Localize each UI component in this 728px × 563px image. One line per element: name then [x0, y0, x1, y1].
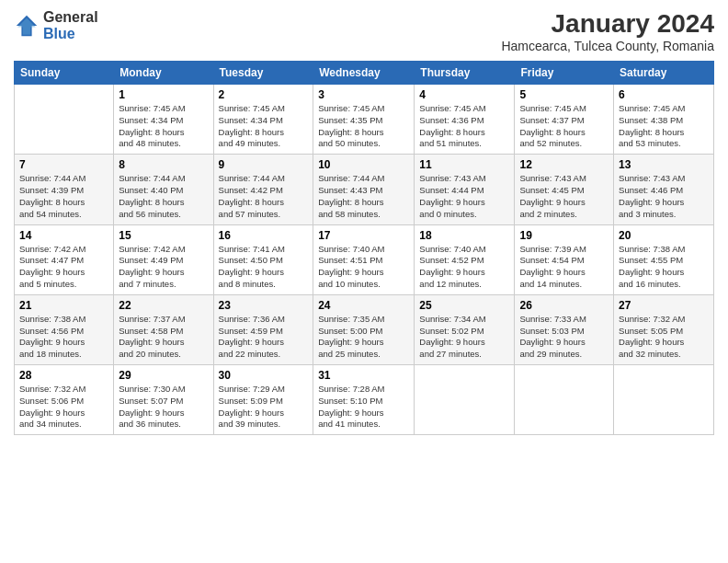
day-info: Sunrise: 7:45 AMSunset: 4:34 PMDaylight:… [119, 103, 208, 150]
day-number: 29 [119, 369, 208, 382]
day-info: Sunrise: 7:43 AMSunset: 4:46 PMDaylight:… [619, 173, 709, 220]
header-tuesday: Tuesday [213, 62, 313, 85]
day-number: 11 [419, 158, 509, 171]
header-friday: Friday [515, 62, 614, 85]
day-info: Sunrise: 7:40 AMSunset: 4:52 PMDaylight:… [419, 244, 509, 291]
day-number: 2 [219, 88, 309, 101]
day-info: Sunrise: 7:30 AMSunset: 5:07 PMDaylight:… [119, 384, 208, 431]
calendar-week-row: 14Sunrise: 7:42 AMSunset: 4:47 PMDayligh… [15, 224, 714, 294]
table-row: 18Sunrise: 7:40 AMSunset: 4:52 PMDayligh… [415, 224, 515, 294]
calendar-table: Sunday Monday Tuesday Wednesday Thursday… [14, 61, 714, 435]
header-sunday: Sunday [15, 62, 114, 85]
day-info: Sunrise: 7:44 AMSunset: 4:40 PMDaylight:… [119, 173, 208, 220]
table-row: 28Sunrise: 7:32 AMSunset: 5:06 PMDayligh… [15, 365, 114, 435]
day-info: Sunrise: 7:33 AMSunset: 5:03 PMDaylight:… [519, 314, 609, 361]
day-info: Sunrise: 7:45 AMSunset: 4:38 PMDaylight:… [619, 103, 709, 150]
day-info: Sunrise: 7:45 AMSunset: 4:35 PMDaylight:… [318, 103, 409, 150]
day-number: 3 [318, 88, 409, 101]
day-info: Sunrise: 7:29 AMSunset: 5:09 PMDaylight:… [219, 384, 309, 431]
table-row [515, 365, 614, 435]
table-row: 10Sunrise: 7:44 AMSunset: 4:43 PMDayligh… [313, 155, 415, 224]
day-info: Sunrise: 7:34 AMSunset: 5:02 PMDaylight:… [419, 314, 509, 361]
day-info: Sunrise: 7:44 AMSunset: 4:43 PMDaylight:… [318, 173, 409, 220]
calendar-header-row: Sunday Monday Tuesday Wednesday Thursday… [15, 62, 714, 85]
table-row: 1Sunrise: 7:45 AMSunset: 4:34 PMDaylight… [114, 85, 213, 155]
day-number: 30 [219, 369, 309, 382]
day-number: 27 [619, 299, 709, 312]
table-row: 16Sunrise: 7:41 AMSunset: 4:50 PMDayligh… [213, 224, 313, 294]
title-block: January 2024 Hamcearca, Tulcea County, R… [501, 9, 714, 53]
header-monday: Monday [114, 62, 213, 85]
logo: General Blue [14, 9, 98, 41]
table-row: 8Sunrise: 7:44 AMSunset: 4:40 PMDaylight… [114, 155, 213, 224]
day-info: Sunrise: 7:28 AMSunset: 5:10 PMDaylight:… [318, 384, 409, 431]
day-number: 7 [19, 158, 108, 171]
day-number: 14 [19, 229, 108, 242]
day-number: 16 [219, 229, 309, 242]
day-info: Sunrise: 7:42 AMSunset: 4:47 PMDaylight:… [19, 244, 108, 291]
day-info: Sunrise: 7:45 AMSunset: 4:36 PMDaylight:… [419, 103, 509, 150]
day-info: Sunrise: 7:39 AMSunset: 4:54 PMDaylight:… [519, 244, 609, 291]
table-row: 24Sunrise: 7:35 AMSunset: 5:00 PMDayligh… [313, 294, 415, 364]
table-row: 12Sunrise: 7:43 AMSunset: 4:45 PMDayligh… [515, 155, 614, 224]
day-info: Sunrise: 7:32 AMSunset: 5:05 PMDaylight:… [619, 314, 709, 361]
table-row: 31Sunrise: 7:28 AMSunset: 5:10 PMDayligh… [313, 365, 415, 435]
page-title: January 2024 [501, 9, 714, 39]
header-saturday: Saturday [614, 62, 714, 85]
day-number: 4 [419, 88, 509, 101]
day-number: 13 [619, 158, 709, 171]
day-number: 5 [519, 88, 609, 101]
day-number: 25 [419, 299, 509, 312]
table-row: 7Sunrise: 7:44 AMSunset: 4:39 PMDaylight… [15, 155, 114, 224]
table-row: 14Sunrise: 7:42 AMSunset: 4:47 PMDayligh… [15, 224, 114, 294]
table-row: 2Sunrise: 7:45 AMSunset: 4:34 PMDaylight… [213, 85, 313, 155]
table-row: 11Sunrise: 7:43 AMSunset: 4:44 PMDayligh… [415, 155, 515, 224]
logo-icon [14, 13, 40, 39]
day-number: 17 [318, 229, 409, 242]
table-row [614, 365, 714, 435]
day-number: 31 [318, 369, 409, 382]
table-row: 22Sunrise: 7:37 AMSunset: 4:58 PMDayligh… [114, 294, 213, 364]
header-wednesday: Wednesday [313, 62, 415, 85]
day-info: Sunrise: 7:44 AMSunset: 4:42 PMDaylight:… [219, 173, 309, 220]
table-row: 3Sunrise: 7:45 AMSunset: 4:35 PMDaylight… [313, 85, 415, 155]
table-row: 26Sunrise: 7:33 AMSunset: 5:03 PMDayligh… [515, 294, 614, 364]
day-info: Sunrise: 7:45 AMSunset: 4:34 PMDaylight:… [219, 103, 309, 150]
table-row: 6Sunrise: 7:45 AMSunset: 4:38 PMDaylight… [614, 85, 714, 155]
page-subtitle: Hamcearca, Tulcea County, Romania [501, 39, 714, 53]
table-row: 17Sunrise: 7:40 AMSunset: 4:51 PMDayligh… [313, 224, 415, 294]
day-info: Sunrise: 7:41 AMSunset: 4:50 PMDaylight:… [219, 244, 309, 291]
table-row: 23Sunrise: 7:36 AMSunset: 4:59 PMDayligh… [213, 294, 313, 364]
header-thursday: Thursday [415, 62, 515, 85]
day-info: Sunrise: 7:43 AMSunset: 4:44 PMDaylight:… [419, 173, 509, 220]
calendar-week-row: 28Sunrise: 7:32 AMSunset: 5:06 PMDayligh… [15, 365, 714, 435]
table-row: 13Sunrise: 7:43 AMSunset: 4:46 PMDayligh… [614, 155, 714, 224]
day-number: 26 [519, 299, 609, 312]
day-info: Sunrise: 7:45 AMSunset: 4:37 PMDaylight:… [519, 103, 609, 150]
table-row: 27Sunrise: 7:32 AMSunset: 5:05 PMDayligh… [614, 294, 714, 364]
table-row: 21Sunrise: 7:38 AMSunset: 4:56 PMDayligh… [15, 294, 114, 364]
day-number: 24 [318, 299, 409, 312]
calendar-week-row: 21Sunrise: 7:38 AMSunset: 4:56 PMDayligh… [15, 294, 714, 364]
calendar-week-row: 7Sunrise: 7:44 AMSunset: 4:39 PMDaylight… [15, 155, 714, 224]
day-info: Sunrise: 7:38 AMSunset: 4:55 PMDaylight:… [619, 244, 709, 291]
logo-blue-text: Blue [43, 26, 98, 42]
table-row: 20Sunrise: 7:38 AMSunset: 4:55 PMDayligh… [614, 224, 714, 294]
logo-text: General Blue [43, 9, 98, 41]
table-row: 30Sunrise: 7:29 AMSunset: 5:09 PMDayligh… [213, 365, 313, 435]
day-number: 10 [318, 158, 409, 171]
day-number: 6 [619, 88, 709, 101]
day-number: 9 [219, 158, 309, 171]
day-number: 1 [119, 88, 208, 101]
table-row [15, 85, 114, 155]
day-info: Sunrise: 7:32 AMSunset: 5:06 PMDaylight:… [19, 384, 108, 431]
day-number: 15 [119, 229, 208, 242]
day-number: 18 [419, 229, 509, 242]
day-info: Sunrise: 7:43 AMSunset: 4:45 PMDaylight:… [519, 173, 609, 220]
table-row: 15Sunrise: 7:42 AMSunset: 4:49 PMDayligh… [114, 224, 213, 294]
table-row: 29Sunrise: 7:30 AMSunset: 5:07 PMDayligh… [114, 365, 213, 435]
calendar-week-row: 1Sunrise: 7:45 AMSunset: 4:34 PMDaylight… [15, 85, 714, 155]
day-number: 22 [119, 299, 208, 312]
day-info: Sunrise: 7:42 AMSunset: 4:49 PMDaylight:… [119, 244, 208, 291]
day-info: Sunrise: 7:44 AMSunset: 4:39 PMDaylight:… [19, 173, 108, 220]
